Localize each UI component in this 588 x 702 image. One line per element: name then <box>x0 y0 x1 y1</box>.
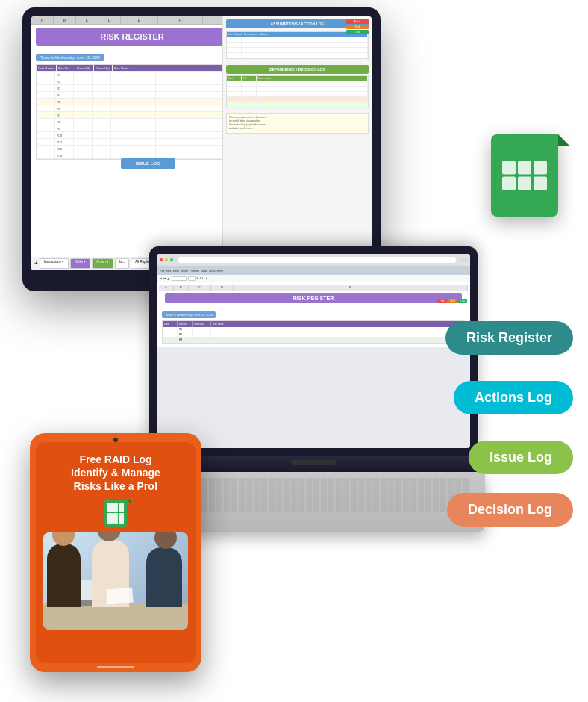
legend-item-low: Low <box>458 299 467 303</box>
logo-cell-2 <box>113 503 119 513</box>
laptop: ⋮⋮ File Edit View Insert Format Data Too… <box>149 246 507 530</box>
tablet-sheets-logo <box>43 500 188 526</box>
headline-line2: Identify & Manage <box>71 467 160 479</box>
tablet-photo <box>43 532 188 630</box>
tab-is[interactable]: Is... <box>115 258 129 269</box>
lp-col-e: E <box>234 285 468 291</box>
headline-line3: Risks Like a Pro! <box>74 480 158 492</box>
grid-cell-5 <box>518 177 531 190</box>
photo-background <box>43 532 188 630</box>
col-risk-name: Risk Name <box>113 65 157 71</box>
logo-cell-6 <box>119 513 124 524</box>
tablet-screen: Free RAID Log Identify & Manage Risks Li… <box>36 442 196 663</box>
lp-col-c: C <box>189 285 211 291</box>
table-row: R8 <box>37 119 228 125</box>
table-row <box>227 97 368 102</box>
risk-grid: Date Raised Risk No. Raised By Owned By … <box>36 64 228 160</box>
table-row: R4 <box>37 92 228 99</box>
laptop-col-headers: A B C D E <box>159 285 468 291</box>
sheet-col-headers: A B C D E F <box>31 16 233 25</box>
photo-desk <box>43 603 188 630</box>
table-row <box>227 92 368 97</box>
tablet-logo-box <box>104 500 127 526</box>
toolbar-tools[interactable]: Tools <box>208 269 215 273</box>
issue-log-label: ISSUE LOG <box>121 158 175 169</box>
col-f: F <box>158 16 203 24</box>
tab-risks[interactable]: Risks ▾ <box>70 258 90 269</box>
font-size-select[interactable] <box>188 276 196 281</box>
browser-dot-max <box>170 258 173 261</box>
lp-col-date: Date <box>163 321 178 327</box>
table-row: R1 <box>37 72 228 78</box>
format-bold[interactable]: B <box>197 277 198 280</box>
table-row <box>227 87 368 92</box>
format-undo[interactable]: ↩ <box>160 277 162 280</box>
legend-low: Low <box>346 30 369 34</box>
laptop-risk-register-title: RISK REGISTER <box>165 293 462 303</box>
format-print[interactable]: 🖨 <box>167 277 170 280</box>
toolbar-help[interactable]: Help <box>216 269 222 273</box>
format-underline[interactable]: U <box>202 277 204 280</box>
laptop-grid: Date Risk No. Raised By Risk Name R1 R2 <box>162 320 465 344</box>
col-a: A <box>31 16 54 24</box>
table-row <box>227 43 368 48</box>
tablet-headline: Free RAID Log Identify & Manage Risks Li… <box>43 453 188 494</box>
browser-url-bar[interactable] <box>178 257 456 263</box>
lp-col-a: A <box>159 285 174 291</box>
tablet-home-bar <box>97 666 134 668</box>
grid-cell-4 <box>502 177 516 190</box>
format-align[interactable]: ≡ <box>206 277 207 280</box>
col-date-raised: Date Raised <box>37 65 57 71</box>
table-row: R7 <box>37 112 228 119</box>
toolbar-view[interactable]: View <box>172 269 179 273</box>
tab-add[interactable]: + <box>34 258 38 269</box>
col-owned-by: Owned By <box>94 65 113 71</box>
table-row: R9 <box>37 125 228 132</box>
legend-item-high: High <box>437 299 446 303</box>
lp-col-b: B <box>174 285 189 291</box>
sheets-grid-icon <box>502 161 547 190</box>
toolbar-insert[interactable]: Insert <box>181 269 188 273</box>
tablet: Free RAID Log Identify & Manage Risks Li… <box>30 433 201 680</box>
grid-cell-1 <box>502 161 516 175</box>
table-row: R1 <box>163 327 464 332</box>
col-e: E <box>121 16 158 24</box>
person1-head <box>52 532 75 546</box>
table-row <box>227 102 368 108</box>
grid-header-row: Date Raised Risk No. Raised By Owned By … <box>37 65 228 72</box>
toolbar-format[interactable]: Format <box>190 269 199 273</box>
toolbar-edit[interactable]: Edit <box>166 269 171 273</box>
sheets-icon-fold <box>558 134 570 146</box>
grid-cell-6 <box>534 177 547 190</box>
badge-issue-log-label: Issue Log <box>490 450 552 465</box>
monitor-screen: A B C D E F RISK REGISTER Today is Wedne… <box>31 16 372 270</box>
font-family-select[interactable] <box>172 276 187 281</box>
tab-instructions[interactable]: Instructions ▾ <box>40 258 69 269</box>
laptop-screen: ⋮⋮ File Edit View Insert Format Data Too… <box>157 254 470 448</box>
risk-register-title: RISK REGISTER <box>36 28 228 46</box>
grid-cell-3 <box>534 161 547 175</box>
col-c: C <box>76 16 98 24</box>
format-redo[interactable]: ↪ <box>163 277 166 280</box>
table-row: R10 <box>37 132 228 139</box>
format-italic[interactable]: I <box>200 277 201 280</box>
lp-col-d: D <box>211 285 234 291</box>
table-row: R2 <box>37 78 228 85</box>
table-row: R3 <box>163 338 464 343</box>
sheets-icon-body <box>491 134 558 217</box>
table-row <box>227 37 368 43</box>
lp-col-risk: Risk No. <box>178 321 193 327</box>
toolbar-file[interactable]: File <box>160 269 164 273</box>
toolbar-data[interactable]: Data <box>201 269 207 273</box>
badge-issue-log: Issue Log <box>469 441 573 474</box>
lp-col-rname: Risk Name <box>211 321 464 327</box>
table-row: R2 <box>163 332 464 338</box>
tab-action[interactable]: Action ▾ <box>92 258 113 269</box>
table-row: R12 <box>37 146 228 152</box>
dependency-log-label: DEPENDENCY / DECISION LOG <box>226 65 369 74</box>
table-row <box>227 53 368 58</box>
browser-dot-close <box>160 258 163 261</box>
laptop-grid-header: Date Risk No. Raised By Risk Name <box>163 321 464 327</box>
col-raised-by: Raised By <box>75 65 94 71</box>
col-d: D <box>98 16 121 24</box>
